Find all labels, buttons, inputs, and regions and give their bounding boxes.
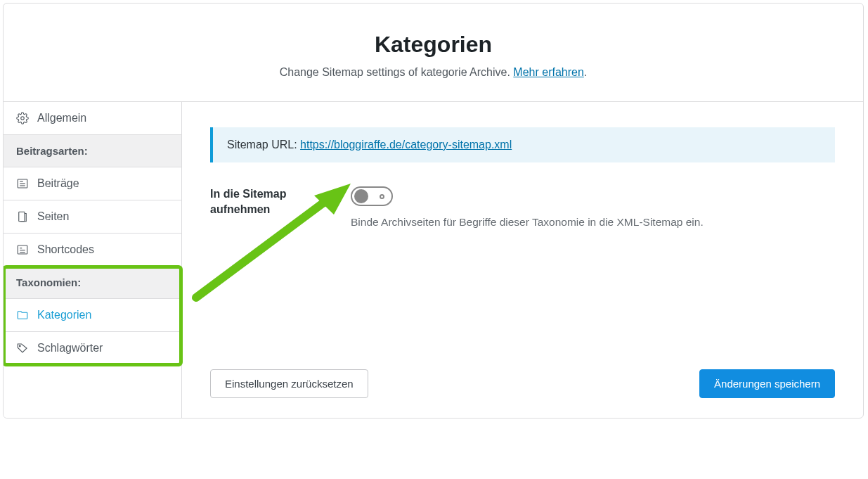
setting-label: In die Sitemap aufnehmen xyxy=(210,186,351,229)
folder-icon xyxy=(16,309,29,321)
settings-content: Sitemap URL: https://bloggiraffe.de/cate… xyxy=(182,102,863,418)
sidebar-item-label: Kategorien xyxy=(37,309,91,321)
tag-icon xyxy=(16,342,29,355)
sidebar-item-tags[interactable]: Schlagwörter xyxy=(4,332,181,365)
page-icon xyxy=(16,210,29,223)
panel-header: Kategorien Change Sitemap settings of ka… xyxy=(4,4,863,102)
sitemap-url-label: Sitemap URL: xyxy=(227,139,300,151)
page-title: Kategorien xyxy=(18,32,849,58)
save-button[interactable]: Änderungen speichern xyxy=(699,369,835,398)
learn-more-link[interactable]: Mehr erfahren xyxy=(513,66,584,78)
sidebar-item-shortcodes[interactable]: Shortcodes xyxy=(4,234,181,267)
settings-sidebar: Allgemein Beitragsarten: Beiträge Seiten xyxy=(4,102,182,418)
include-in-sitemap-toggle[interactable] xyxy=(351,186,393,206)
sidebar-item-categories[interactable]: Kategorien xyxy=(4,299,181,332)
sidebar-item-posts[interactable]: Beiträge xyxy=(4,167,181,200)
page-subtitle: Change Sitemap settings of kategorie Arc… xyxy=(18,66,849,79)
settings-panel: Kategorien Change Sitemap settings of ka… xyxy=(3,3,864,419)
setting-include-in-sitemap: In die Sitemap aufnehmen Binde Archivsei… xyxy=(210,186,835,229)
settings-footer: Einstellungen zurücksetzen Änderungen sp… xyxy=(210,369,835,398)
toggle-knob xyxy=(354,189,368,203)
toggle-off-indicator xyxy=(380,194,384,199)
sidebar-item-label: Beiträge xyxy=(37,177,79,190)
sidebar-item-label: Allgemein xyxy=(37,112,86,124)
svg-rect-5 xyxy=(19,212,25,222)
sitemap-url-notice: Sitemap URL: https://bloggiraffe.de/cate… xyxy=(210,127,835,162)
sidebar-item-label: Shortcodes xyxy=(37,243,94,256)
shortcodes-icon xyxy=(16,243,29,256)
sidebar-section-post-types: Beitragsarten: xyxy=(4,135,181,167)
newspaper-icon xyxy=(16,177,29,190)
sidebar-group-taxonomies: Taxonomien: Kategorien Schlagwörter xyxy=(4,267,181,365)
sitemap-url-link[interactable]: https://bloggiraffe.de/category-sitemap.… xyxy=(300,139,512,151)
setting-description: Binde Archivseiten für Begriffe dieser T… xyxy=(351,216,835,229)
sidebar-item-general[interactable]: Allgemein xyxy=(4,102,181,135)
sidebar-item-label: Seiten xyxy=(37,210,69,223)
reset-button[interactable]: Einstellungen zurücksetzen xyxy=(210,369,368,398)
svg-point-0 xyxy=(21,117,25,120)
sidebar-item-label: Schlagwörter xyxy=(37,342,103,355)
svg-point-10 xyxy=(19,345,20,347)
gear-icon xyxy=(16,112,29,124)
sidebar-section-taxonomies: Taxonomien: xyxy=(4,267,181,299)
sidebar-item-pages[interactable]: Seiten xyxy=(4,200,181,234)
